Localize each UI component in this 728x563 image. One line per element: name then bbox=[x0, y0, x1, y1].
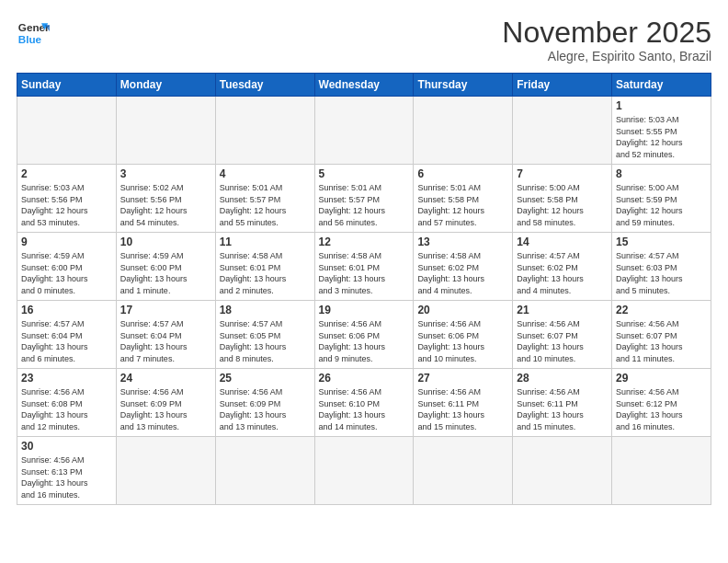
calendar-cell bbox=[513, 437, 612, 505]
day-number: 17 bbox=[120, 304, 211, 316]
calendar-cell: 20Sunrise: 4:56 AM Sunset: 6:06 PM Dayli… bbox=[414, 301, 513, 369]
day-number: 22 bbox=[616, 304, 707, 316]
calendar-cell: 16Sunrise: 4:57 AM Sunset: 6:04 PM Dayli… bbox=[17, 301, 117, 369]
day-info: Sunrise: 4:56 AM Sunset: 6:11 PM Dayligh… bbox=[517, 386, 608, 432]
weekday-header-saturday: Saturday bbox=[612, 74, 711, 97]
day-number: 30 bbox=[21, 440, 112, 453]
calendar-cell bbox=[116, 97, 215, 165]
calendar-cell: 3Sunrise: 5:02 AM Sunset: 5:56 PM Daylig… bbox=[116, 165, 215, 233]
calendar-cell: 13Sunrise: 4:58 AM Sunset: 6:02 PM Dayli… bbox=[414, 233, 513, 301]
calendar-cell bbox=[215, 437, 314, 505]
day-number: 10 bbox=[120, 236, 211, 248]
day-info: Sunrise: 4:57 AM Sunset: 6:04 PM Dayligh… bbox=[21, 318, 112, 364]
calendar-cell: 17Sunrise: 4:57 AM Sunset: 6:04 PM Dayli… bbox=[116, 301, 215, 369]
calendar-cell bbox=[314, 97, 414, 165]
calendar-cell: 29Sunrise: 4:56 AM Sunset: 6:12 PM Dayli… bbox=[612, 369, 711, 437]
day-info: Sunrise: 4:56 AM Sunset: 6:12 PM Dayligh… bbox=[616, 386, 707, 432]
day-number: 4 bbox=[220, 167, 311, 180]
day-number: 14 bbox=[517, 236, 608, 248]
weekday-header-tuesday: Tuesday bbox=[215, 74, 314, 97]
calendar-cell: 23Sunrise: 4:56 AM Sunset: 6:08 PM Dayli… bbox=[17, 369, 117, 437]
calendar-week-row: 9Sunrise: 4:59 AM Sunset: 6:00 PM Daylig… bbox=[17, 233, 711, 301]
day-number: 13 bbox=[417, 236, 508, 248]
day-info: Sunrise: 4:56 AM Sunset: 6:09 PM Dayligh… bbox=[220, 386, 311, 432]
day-number: 8 bbox=[616, 167, 707, 180]
day-info: Sunrise: 5:01 AM Sunset: 5:58 PM Dayligh… bbox=[417, 182, 508, 228]
calendar-cell: 24Sunrise: 4:56 AM Sunset: 6:09 PM Dayli… bbox=[116, 369, 215, 437]
calendar-cell bbox=[17, 97, 117, 165]
calendar-table: SundayMondayTuesdayWednesdayThursdayFrid… bbox=[17, 73, 711, 505]
weekday-header-thursday: Thursday bbox=[414, 74, 513, 97]
calendar-cell: 19Sunrise: 4:56 AM Sunset: 6:06 PM Dayli… bbox=[314, 301, 414, 369]
day-number: 21 bbox=[517, 304, 608, 316]
calendar-cell: 15Sunrise: 4:57 AM Sunset: 6:03 PM Dayli… bbox=[612, 233, 711, 301]
day-info: Sunrise: 4:58 AM Sunset: 6:01 PM Dayligh… bbox=[319, 250, 410, 296]
calendar-cell: 14Sunrise: 4:57 AM Sunset: 6:02 PM Dayli… bbox=[513, 233, 612, 301]
day-number: 28 bbox=[517, 372, 608, 385]
day-info: Sunrise: 5:02 AM Sunset: 5:56 PM Dayligh… bbox=[120, 182, 211, 228]
day-number: 9 bbox=[21, 236, 112, 248]
calendar-cell: 12Sunrise: 4:58 AM Sunset: 6:01 PM Dayli… bbox=[314, 233, 414, 301]
day-number: 15 bbox=[616, 236, 707, 248]
day-info: Sunrise: 4:57 AM Sunset: 6:03 PM Dayligh… bbox=[616, 250, 707, 296]
weekday-header-wednesday: Wednesday bbox=[314, 74, 414, 97]
day-info: Sunrise: 4:59 AM Sunset: 6:00 PM Dayligh… bbox=[120, 250, 211, 296]
day-info: Sunrise: 4:56 AM Sunset: 6:06 PM Dayligh… bbox=[319, 318, 410, 364]
day-number: 16 bbox=[21, 304, 112, 316]
weekday-header-monday: Monday bbox=[116, 74, 215, 97]
day-number: 24 bbox=[120, 372, 211, 385]
day-number: 29 bbox=[616, 372, 707, 385]
day-number: 2 bbox=[21, 167, 112, 180]
weekday-header-row: SundayMondayTuesdayWednesdayThursdayFrid… bbox=[17, 74, 711, 97]
day-info: Sunrise: 4:58 AM Sunset: 6:01 PM Dayligh… bbox=[220, 250, 311, 296]
day-info: Sunrise: 4:57 AM Sunset: 6:05 PM Dayligh… bbox=[220, 318, 311, 364]
calendar-week-row: 23Sunrise: 4:56 AM Sunset: 6:08 PM Dayli… bbox=[17, 369, 711, 437]
calendar-cell: 30Sunrise: 4:56 AM Sunset: 6:13 PM Dayli… bbox=[17, 437, 117, 505]
day-number: 20 bbox=[417, 304, 508, 316]
day-number: 12 bbox=[319, 236, 410, 248]
title-block: November 2025 Alegre, Espirito Santo, Br… bbox=[502, 17, 711, 63]
day-number: 19 bbox=[319, 304, 410, 316]
day-info: Sunrise: 5:01 AM Sunset: 5:57 PM Dayligh… bbox=[220, 182, 311, 228]
day-info: Sunrise: 4:57 AM Sunset: 6:02 PM Dayligh… bbox=[517, 250, 608, 296]
day-number: 1 bbox=[616, 99, 707, 112]
day-info: Sunrise: 4:56 AM Sunset: 6:13 PM Dayligh… bbox=[21, 454, 112, 500]
calendar-week-row: 2Sunrise: 5:03 AM Sunset: 5:56 PM Daylig… bbox=[17, 165, 711, 233]
day-info: Sunrise: 5:00 AM Sunset: 5:59 PM Dayligh… bbox=[616, 182, 707, 228]
page: General Blue November 2025 Alegre, Espir… bbox=[0, 0, 728, 563]
calendar-cell: 10Sunrise: 4:59 AM Sunset: 6:00 PM Dayli… bbox=[116, 233, 215, 301]
day-number: 3 bbox=[120, 167, 211, 180]
day-info: Sunrise: 4:56 AM Sunset: 6:11 PM Dayligh… bbox=[417, 386, 508, 432]
calendar-week-row: 30Sunrise: 4:56 AM Sunset: 6:13 PM Dayli… bbox=[17, 437, 711, 505]
weekday-header-sunday: Sunday bbox=[17, 74, 117, 97]
month-title: November 2025 bbox=[502, 17, 711, 49]
calendar-cell: 7Sunrise: 5:00 AM Sunset: 5:58 PM Daylig… bbox=[513, 165, 612, 233]
calendar-cell: 25Sunrise: 4:56 AM Sunset: 6:09 PM Dayli… bbox=[215, 369, 314, 437]
day-info: Sunrise: 4:56 AM Sunset: 6:09 PM Dayligh… bbox=[120, 386, 211, 432]
day-info: Sunrise: 5:00 AM Sunset: 5:58 PM Dayligh… bbox=[517, 182, 608, 228]
calendar-cell: 11Sunrise: 4:58 AM Sunset: 6:01 PM Dayli… bbox=[215, 233, 314, 301]
day-number: 7 bbox=[517, 167, 608, 180]
calendar-cell bbox=[116, 437, 215, 505]
day-info: Sunrise: 4:56 AM Sunset: 6:06 PM Dayligh… bbox=[417, 318, 508, 364]
header: General Blue November 2025 Alegre, Espir… bbox=[17, 17, 711, 63]
calendar-week-row: 1Sunrise: 5:03 AM Sunset: 5:55 PM Daylig… bbox=[17, 97, 711, 165]
calendar-cell bbox=[414, 97, 513, 165]
calendar-cell: 22Sunrise: 4:56 AM Sunset: 6:07 PM Dayli… bbox=[612, 301, 711, 369]
calendar-cell bbox=[513, 97, 612, 165]
day-info: Sunrise: 5:01 AM Sunset: 5:57 PM Dayligh… bbox=[319, 182, 410, 228]
calendar-cell bbox=[215, 97, 314, 165]
generalblue-logo-icon: General Blue bbox=[17, 17, 50, 50]
calendar-week-row: 16Sunrise: 4:57 AM Sunset: 6:04 PM Dayli… bbox=[17, 301, 711, 369]
day-number: 25 bbox=[220, 372, 311, 385]
day-info: Sunrise: 4:56 AM Sunset: 6:10 PM Dayligh… bbox=[319, 386, 410, 432]
location-subtitle: Alegre, Espirito Santo, Brazil bbox=[502, 49, 711, 63]
day-number: 27 bbox=[417, 372, 508, 385]
day-info: Sunrise: 4:59 AM Sunset: 6:00 PM Dayligh… bbox=[21, 250, 112, 296]
calendar-cell bbox=[612, 437, 711, 505]
day-info: Sunrise: 4:56 AM Sunset: 6:07 PM Dayligh… bbox=[517, 318, 608, 364]
day-info: Sunrise: 5:03 AM Sunset: 5:56 PM Dayligh… bbox=[21, 182, 112, 228]
day-number: 11 bbox=[220, 236, 311, 248]
calendar-cell: 18Sunrise: 4:57 AM Sunset: 6:05 PM Dayli… bbox=[215, 301, 314, 369]
calendar-cell: 4Sunrise: 5:01 AM Sunset: 5:57 PM Daylig… bbox=[215, 165, 314, 233]
